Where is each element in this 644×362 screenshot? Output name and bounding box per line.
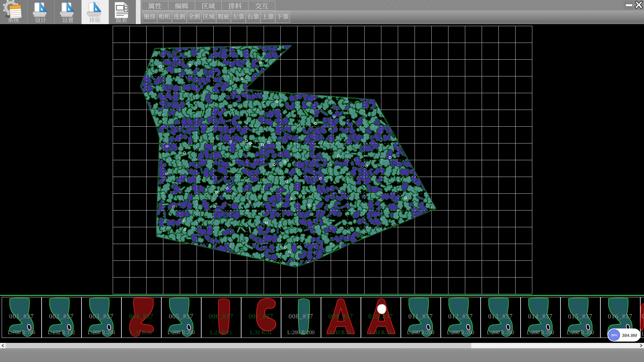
svg-text:L:200 R:200: L:200 R:200	[567, 329, 594, 335]
svg-text:010_#37: 010_#37	[368, 313, 393, 320]
svg-text:014_#37: 014_#37	[528, 313, 553, 320]
svg-text:L:200 R:200: L:200 R:200	[407, 329, 434, 335]
svg-text:008_#37: 008_#37	[288, 313, 313, 320]
svg-text:L:33 R:33: L:33 R:33	[370, 329, 391, 335]
svg-text:015_#37: 015_#37	[568, 313, 593, 320]
svg-text:L:200 R:200: L:200 R:200	[527, 329, 554, 335]
svg-text:L:21 R:21: L:21 R:21	[210, 329, 232, 335]
svg-text:L:32 R:31: L:32 R:31	[330, 329, 352, 335]
svg-text:L:200 R:200: L:200 R:200	[167, 329, 195, 335]
svg-text:L:132 R:132: L:132 R:132	[48, 329, 75, 335]
svg-text:001_#37: 001_#37	[9, 313, 34, 320]
svg-text:0: 0	[642, 313, 644, 320]
svg-text:384.8M: 384.8M	[622, 333, 637, 338]
svg-text:38%: 38%	[611, 333, 618, 337]
svg-text:007_#37: 007_#37	[249, 313, 273, 320]
svg-text:L:200 R:200: L:200 R:200	[287, 329, 314, 335]
svg-text:L: L	[642, 331, 644, 337]
svg-text:009_#37: 009_#37	[328, 313, 353, 320]
svg-text:L:31 R:31: L:31 R:31	[130, 329, 152, 335]
svg-text:006_#37: 006_#37	[209, 313, 233, 320]
svg-text:013_#37: 013_#37	[488, 313, 513, 320]
svg-text:003_#37: 003_#37	[89, 313, 114, 320]
svg-text:011_#37: 011_#37	[409, 313, 433, 320]
svg-text:L:31 R:31: L:31 R:31	[250, 329, 272, 335]
svg-text:016_#37: 016_#37	[608, 313, 633, 320]
svg-text:005_#37: 005_#37	[169, 313, 194, 320]
svg-text:012_#37: 012_#37	[448, 313, 473, 320]
svg-text:002_#37: 002_#37	[49, 313, 74, 320]
svg-text:L:200 R:200: L:200 R:200	[487, 329, 514, 335]
svg-text:004_#37: 004_#37	[129, 313, 154, 320]
svg-text:L:200 R:200: L:200 R:200	[88, 329, 115, 335]
svg-text:L:200 R:200: L:200 R:200	[447, 329, 474, 335]
svg-text:L:700 R:700: L:700 R:700	[8, 329, 35, 335]
